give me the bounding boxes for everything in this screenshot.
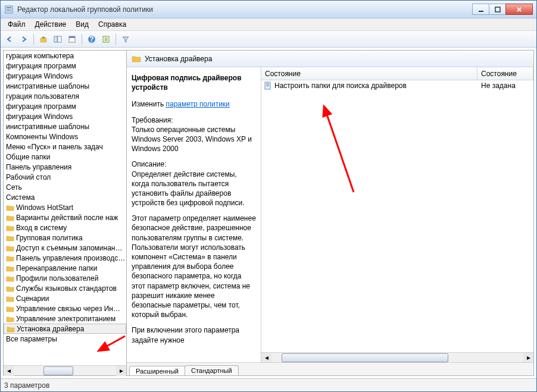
tree-item-label: Сценарии xyxy=(16,294,49,303)
folder-icon xyxy=(132,54,141,64)
titlebar[interactable]: Редактор локальной групповой политики xyxy=(1,1,536,18)
svg-rect-8 xyxy=(58,36,61,42)
tree-item[interactable]: фигурация программ xyxy=(4,61,126,71)
menu-action[interactable]: Действие xyxy=(30,19,71,30)
tree-item[interactable]: инистративные шаблоны xyxy=(4,121,126,131)
folder-icon xyxy=(6,274,14,283)
panel-title: Установка драйвера xyxy=(145,55,212,63)
tree-item[interactable]: гурация компьютера xyxy=(4,51,126,61)
edit-label: Изменить xyxy=(132,100,166,108)
scroll-thumb[interactable] xyxy=(43,366,73,375)
tree-item[interactable]: Панель управления xyxy=(4,162,126,172)
tree-horizontal-scrollbar[interactable]: ◂ ▸ xyxy=(4,365,126,375)
tree-item[interactable]: Панель управления производс… xyxy=(4,253,126,263)
tree-item-label: Установка драйвера xyxy=(17,325,84,333)
tree-item[interactable]: Управление связью через Ин… xyxy=(4,303,126,313)
settings-rows[interactable]: Настроить папки для поиска драйверовНе з… xyxy=(261,80,533,352)
window-title: Редактор локальной групповой политики xyxy=(17,5,473,14)
folder-icon xyxy=(6,244,14,252)
tree-item[interactable]: Перенаправление папки xyxy=(4,263,126,273)
tab-standard[interactable]: Стандартный xyxy=(185,365,239,375)
tree-item[interactable]: Управление электропитанием xyxy=(4,313,126,324)
tree-item-label: Windows HotStart xyxy=(16,203,73,212)
tree-item-label: Сеть xyxy=(6,183,22,192)
back-button[interactable] xyxy=(3,33,16,46)
description-text-1: Определяет действие системы, когда польз… xyxy=(132,170,245,208)
tree-item[interactable]: фигурация программ xyxy=(4,101,126,111)
tree-item-label: Варианты действий после наж xyxy=(16,214,118,222)
scroll-left-button[interactable]: ◂ xyxy=(261,353,271,363)
setting-title: Цифровая подпись драйверов устройств xyxy=(132,73,256,92)
tree-item[interactable]: Общие папки xyxy=(4,152,126,162)
svg-line-18 xyxy=(324,106,354,192)
tree-item-label: гурация пользователя xyxy=(6,92,79,101)
scroll-right-button[interactable]: ▸ xyxy=(523,353,533,363)
svg-rect-7 xyxy=(54,36,57,42)
tree-item[interactable]: Групповая политика xyxy=(4,233,126,243)
folder-icon xyxy=(6,254,14,262)
show-hide-tree-button[interactable] xyxy=(51,33,64,46)
tree-item[interactable]: Установка драйвера xyxy=(4,324,126,334)
tree-item[interactable]: Вход в систему xyxy=(4,222,126,233)
minimize-button[interactable] xyxy=(472,4,489,15)
scroll-left-button[interactable]: ◂ xyxy=(4,366,14,376)
description-text-2: Этот параметр определяет наименее безопа… xyxy=(132,214,256,319)
status-text: 3 параметров xyxy=(4,381,49,390)
column-name[interactable]: Состояние xyxy=(261,67,477,80)
menu-file[interactable]: Файл xyxy=(3,19,30,30)
tree-item-label: Панель управления производс… xyxy=(16,254,125,262)
tabs-bar: Расширенный Стандартный xyxy=(127,362,533,375)
column-state[interactable]: Состояние xyxy=(477,67,533,80)
folder-icon xyxy=(6,284,14,293)
tree-item[interactable]: Доступ к съемным запоминан… xyxy=(4,243,126,253)
folder-icon xyxy=(6,305,14,313)
maximize-button[interactable] xyxy=(489,4,506,15)
scroll-thumb[interactable] xyxy=(282,353,448,362)
right-panel: Установка драйвера Цифровая подпись драй… xyxy=(127,50,534,376)
properties-button[interactable] xyxy=(65,33,79,46)
menu-view[interactable]: Вид xyxy=(71,19,93,30)
tree-item[interactable]: Службы языковых стандартов xyxy=(4,283,126,293)
forward-button[interactable] xyxy=(17,33,30,46)
tree-item-label: Доступ к съемным запоминан… xyxy=(16,244,122,252)
tree-item-label: Рабочий стол xyxy=(6,173,51,181)
folder-icon xyxy=(6,315,14,323)
filter-button[interactable] xyxy=(119,33,132,46)
tree-item[interactable]: фигурация Windows xyxy=(4,111,126,121)
list-horizontal-scrollbar[interactable]: ◂ ▸ xyxy=(261,352,533,362)
tree-item[interactable]: Меню «Пуск» и панель задач xyxy=(4,142,126,152)
tree-item[interactable]: Сценарии xyxy=(4,293,126,303)
tree-list[interactable]: гурация компьютерафигурация программфигу… xyxy=(4,51,126,365)
requirements-text: Только операционные системы Windows Serv… xyxy=(132,126,252,153)
folder-icon xyxy=(7,325,15,333)
tree-item-label: фигурация программ xyxy=(6,62,76,70)
tree-item-label: фигурация Windows xyxy=(6,112,73,121)
list-row[interactable]: Настроить папки для поиска драйверовНе з… xyxy=(261,80,533,90)
up-button[interactable] xyxy=(37,33,50,46)
menubar: Файл Действие Вид Справка xyxy=(1,18,536,31)
export-button[interactable] xyxy=(99,33,113,46)
edit-policy-link[interactable]: параметр политики xyxy=(166,100,229,108)
column-headers: Состояние Состояние xyxy=(261,67,533,80)
tree-item[interactable]: Система xyxy=(4,192,126,202)
folder-icon xyxy=(6,234,14,242)
svg-rect-3 xyxy=(7,11,11,11)
tree-item[interactable]: инистративные шаблоны xyxy=(4,81,126,91)
tree-item[interactable]: Windows HotStart xyxy=(4,202,126,212)
help-button[interactable]: ? xyxy=(85,33,98,46)
tree-item[interactable]: Сеть xyxy=(4,182,126,192)
tree-item[interactable]: Рабочий стол xyxy=(4,172,126,182)
tree-item[interactable]: Варианты действий после наж xyxy=(4,212,126,222)
menu-help[interactable]: Справка xyxy=(93,19,131,30)
tree-item[interactable]: Профили пользователей xyxy=(4,273,126,283)
close-button[interactable] xyxy=(505,4,533,15)
tree-item[interactable]: Компоненты Windows xyxy=(4,131,126,142)
tree-item-label: Групповая политика xyxy=(16,234,83,242)
tree-item[interactable]: гурация пользователя xyxy=(4,91,126,101)
tree-item[interactable]: фигурация Windows xyxy=(4,71,126,81)
scroll-right-button[interactable]: ▸ xyxy=(116,366,126,376)
annotation-arrow xyxy=(321,103,363,198)
tree-item[interactable]: Все параметры xyxy=(4,334,126,344)
tab-extended[interactable]: Расширенный xyxy=(129,366,185,376)
svg-rect-10 xyxy=(69,36,75,38)
